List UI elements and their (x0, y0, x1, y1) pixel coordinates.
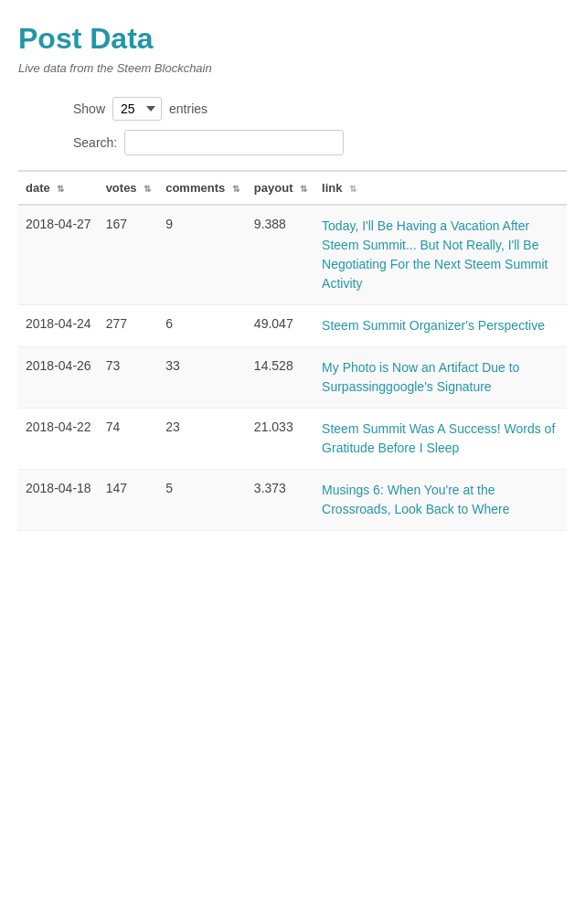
search-input[interactable] (124, 130, 344, 155)
cell-date: 2018-04-22 (18, 409, 99, 470)
table-row: 2018-04-22742321.033Steem Summit Was A S… (18, 409, 567, 470)
cell-link: Today, I'll Be Having a Vacation After S… (314, 205, 567, 305)
table-row: 2018-04-24277649.047Steem Summit Organiz… (18, 305, 567, 347)
sort-icon-comments: ⇅ (232, 184, 239, 194)
cell-votes: 73 (99, 347, 159, 409)
sort-icon-payout: ⇅ (300, 184, 307, 194)
table-body: 2018-04-2716799.388Today, I'll Be Having… (18, 205, 567, 531)
controls-section: Show 10 25 50 100 entries Search: (18, 97, 567, 155)
sort-icon-link: ⇅ (349, 184, 356, 194)
cell-link: Steem Summit Was A Success! Words of Gra… (314, 409, 567, 470)
post-link[interactable]: Musings 6: When You're at the Crossroads… (322, 483, 509, 516)
cell-date: 2018-04-26 (18, 347, 99, 409)
show-label: Show (73, 101, 105, 116)
col-payout[interactable]: payout ⇅ (247, 171, 314, 205)
cell-votes: 147 (99, 470, 159, 531)
cell-payout: 9.388 (247, 205, 314, 305)
cell-link: My Photo is Now an Artifact Due to Surpa… (314, 347, 567, 409)
entries-select[interactable]: 10 25 50 100 (112, 97, 162, 121)
cell-comments: 23 (158, 409, 247, 470)
table-header: date ⇅ votes ⇅ comments ⇅ payout ⇅ link … (18, 171, 567, 205)
col-votes[interactable]: votes ⇅ (99, 171, 159, 205)
table-row: 2018-04-1814753.373Musings 6: When You'r… (18, 470, 567, 531)
cell-date: 2018-04-24 (18, 305, 99, 347)
cell-link: Musings 6: When You're at the Crossroads… (314, 470, 567, 531)
post-link[interactable]: Steem Summit Organizer's Perspective (322, 318, 545, 333)
cell-comments: 5 (158, 470, 247, 531)
cell-payout: 21.033 (247, 409, 314, 470)
col-link[interactable]: link ⇅ (314, 171, 567, 205)
cell-payout: 3.373 (247, 470, 314, 531)
col-date[interactable]: date ⇅ (18, 171, 99, 205)
col-comments[interactable]: comments ⇅ (158, 171, 247, 205)
post-link[interactable]: Steem Summit Was A Success! Words of Gra… (322, 421, 555, 455)
posts-table: date ⇅ votes ⇅ comments ⇅ payout ⇅ link … (18, 170, 567, 531)
cell-payout: 14.528 (247, 347, 314, 409)
cell-link: Steem Summit Organizer's Perspective (314, 305, 567, 347)
entries-label: entries (169, 101, 207, 116)
show-entries-row: Show 10 25 50 100 entries (18, 97, 567, 121)
cell-votes: 277 (99, 305, 159, 347)
cell-comments: 6 (158, 305, 247, 347)
cell-comments: 9 (158, 205, 247, 305)
post-link[interactable]: Today, I'll Be Having a Vacation After S… (322, 218, 548, 291)
cell-date: 2018-04-27 (18, 205, 99, 305)
sort-icon-date: ⇅ (57, 184, 64, 194)
page-subtitle: Live data from the Steem Blockchain (18, 61, 567, 75)
header-row: date ⇅ votes ⇅ comments ⇅ payout ⇅ link … (18, 171, 567, 205)
post-link[interactable]: My Photo is Now an Artifact Due to Surpa… (322, 360, 519, 394)
sort-icon-votes: ⇅ (144, 184, 151, 194)
table-row: 2018-04-2716799.388Today, I'll Be Having… (18, 205, 567, 305)
cell-date: 2018-04-18 (18, 470, 99, 531)
cell-votes: 167 (99, 205, 159, 305)
cell-votes: 74 (99, 409, 159, 470)
cell-comments: 33 (158, 347, 247, 409)
page-title: Post Data (18, 22, 567, 56)
search-label: Search: (73, 135, 117, 150)
cell-payout: 49.047 (247, 305, 314, 347)
search-row: Search: (18, 130, 567, 155)
table-row: 2018-04-26733314.528My Photo is Now an A… (18, 347, 567, 409)
